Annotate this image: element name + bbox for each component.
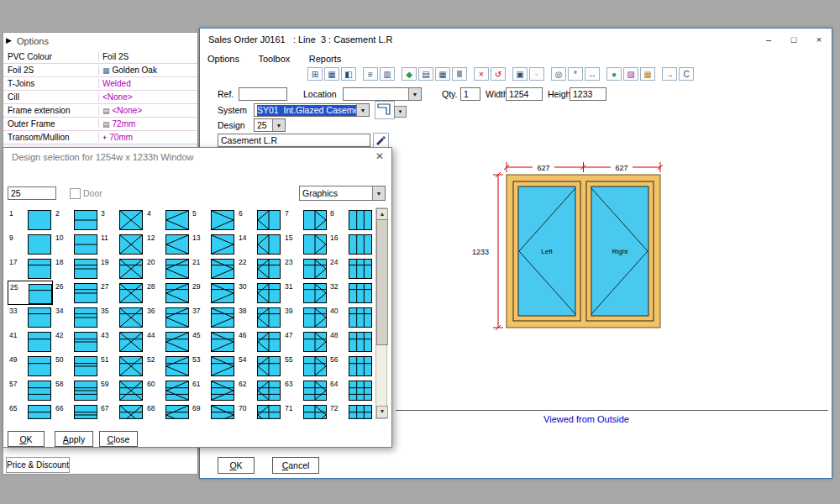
design-cell-10[interactable]: 10: [54, 232, 99, 256]
exit-icon[interactable]: →: [662, 67, 677, 81]
design-thumbnail-icon[interactable]: [349, 283, 372, 303]
design-thumbnail-icon[interactable]: [165, 210, 189, 230]
design-thumbnail-icon[interactable]: [349, 307, 372, 328]
design-thumbnail-icon[interactable]: [165, 332, 189, 352]
design-thumbnail-icon[interactable]: [74, 307, 97, 328]
design-cell-49[interactable]: 49: [8, 354, 53, 378]
qty-input[interactable]: 1: [460, 87, 480, 101]
collapse-arrow-icon[interactable]: ▶: [6, 36, 12, 45]
design-cell-72[interactable]: 72: [328, 402, 374, 419]
height-input[interactable]: 1233: [570, 87, 606, 101]
design-cell-4[interactable]: 4: [145, 207, 191, 232]
design-cell-62[interactable]: 62: [237, 378, 282, 402]
design-cell-24[interactable]: 24: [328, 256, 374, 281]
options-row[interactable]: T-JoinsWelded: [3, 77, 197, 91]
design-cell-33[interactable]: 33: [8, 305, 53, 329]
design-cell-21[interactable]: 21: [191, 256, 236, 281]
scroll-thumb[interactable]: [376, 219, 388, 345]
design-thumbnail-icon[interactable]: [349, 381, 372, 401]
design-thumbnail-icon[interactable]: [28, 307, 51, 328]
design-thumbnail-icon[interactable]: [165, 283, 189, 303]
design-cell-36[interactable]: 36: [145, 305, 191, 329]
maximize-button[interactable]: □: [781, 29, 806, 50]
design-cell-22[interactable]: 22: [237, 256, 282, 281]
design-thumbnail-icon[interactable]: [257, 381, 281, 401]
design-cell-56[interactable]: 56: [328, 354, 374, 378]
design-thumbnail-icon[interactable]: [303, 234, 327, 255]
option-value[interactable]: +70mm: [99, 133, 197, 142]
design-cell-18[interactable]: 18: [54, 256, 99, 281]
survey-icon[interactable]: ●: [606, 67, 622, 81]
door-icon[interactable]: ◧: [341, 67, 356, 81]
table-icon[interactable]: ▤: [418, 67, 433, 81]
design-cell-30[interactable]: 30: [237, 281, 282, 305]
design-cell-23[interactable]: 23: [283, 256, 328, 281]
design-cell-12[interactable]: 12: [145, 232, 191, 256]
option-value[interactable]: Foil 2S: [99, 52, 197, 61]
design-thumbnail-icon[interactable]: [119, 405, 143, 419]
design-cell-59[interactable]: 59: [99, 378, 144, 402]
design-cell-7[interactable]: 7: [283, 207, 328, 232]
design-cell-9[interactable]: 9: [8, 232, 53, 256]
design-thumbnail-icon[interactable]: [349, 210, 372, 230]
dialog-close-button[interactable]: Close: [99, 431, 138, 447]
design-cell-47[interactable]: 47: [283, 329, 328, 354]
cancel-button[interactable]: Cancel: [272, 457, 319, 474]
design-cell-28[interactable]: 28: [145, 281, 191, 305]
design-thumbnail-icon[interactable]: [74, 381, 97, 401]
colours-icon[interactable]: ▨: [623, 67, 638, 81]
design-thumbnail-icon[interactable]: [211, 259, 234, 279]
tab-price-discount[interactable]: Price & Discount: [6, 457, 70, 473]
chevron-down-icon[interactable]: ▼: [372, 186, 385, 200]
design-thumbnail-icon[interactable]: [165, 259, 189, 279]
design-cell-6[interactable]: 6: [237, 207, 282, 232]
design-cell-58[interactable]: 58: [54, 378, 99, 402]
design-thumbnail-icon[interactable]: [257, 405, 281, 419]
design-cell-55[interactable]: 55: [283, 354, 328, 378]
design-cell-70[interactable]: 70: [237, 402, 282, 419]
design-cell-51[interactable]: 51: [99, 354, 144, 378]
option-value[interactable]: ▤72mm: [99, 119, 197, 129]
minimize-button[interactable]: –: [756, 29, 781, 50]
titlebar[interactable]: Sales Order J0161 : Line 3 : Casement L.…: [200, 29, 832, 50]
save-icon[interactable]: ▦: [640, 67, 655, 81]
design-thumbnail-icon[interactable]: [211, 234, 234, 255]
options-row[interactable]: Cill<None>: [3, 91, 197, 104]
design-thumbnail-icon[interactable]: [119, 332, 143, 352]
design-thumbnail-icon[interactable]: [303, 381, 327, 401]
design-thumbnail-icon[interactable]: [74, 259, 97, 279]
design-thumbnail-icon[interactable]: [119, 381, 143, 401]
design-thumbnail-icon[interactable]: [165, 405, 189, 419]
design-thumbnail-icon[interactable]: [349, 259, 372, 279]
design-thumbnail-icon[interactable]: [303, 356, 327, 376]
design-cell-41[interactable]: 41: [8, 329, 53, 354]
design-cell-35[interactable]: 35: [99, 305, 144, 329]
design-thumbnail-icon[interactable]: [211, 210, 234, 230]
grid-icon[interactable]: ▦: [324, 67, 339, 81]
profile-preview-button[interactable]: [375, 101, 395, 119]
chevron-down-icon[interactable]: ▼: [272, 119, 285, 131]
design-cell-44[interactable]: 44: [145, 329, 191, 354]
design-cell-40[interactable]: 40: [328, 305, 374, 329]
design-thumbnail-icon[interactable]: [165, 381, 189, 401]
design-thumbnail-icon[interactable]: [74, 405, 97, 419]
design-thumbnail-icon[interactable]: [211, 307, 234, 328]
design-thumbnail-icon[interactable]: [119, 283, 143, 303]
design-cell-68[interactable]: 68: [145, 402, 191, 419]
design-cell-52[interactable]: 52: [145, 354, 191, 378]
design-cell-63[interactable]: 63: [283, 378, 328, 402]
design-cell-57[interactable]: 57: [8, 378, 53, 402]
description-input[interactable]: Casement L.R: [218, 134, 370, 147]
design-cell-13[interactable]: 13: [191, 232, 236, 256]
close-button[interactable]: ×: [806, 29, 832, 50]
design-cell-64[interactable]: 64: [328, 378, 374, 402]
design-cell-65[interactable]: 65: [8, 402, 53, 419]
design-thumbnail-icon[interactable]: [119, 210, 143, 230]
design-cell-50[interactable]: 50: [54, 354, 99, 378]
design-cell-38[interactable]: 38: [237, 305, 282, 329]
design-thumbnail-icon[interactable]: [74, 283, 97, 303]
design-cell-46[interactable]: 46: [237, 329, 282, 354]
design-thumbnail-icon[interactable]: [303, 259, 327, 279]
design-cell-53[interactable]: 53: [191, 354, 236, 378]
design-thumbnail-icon[interactable]: [165, 307, 189, 328]
